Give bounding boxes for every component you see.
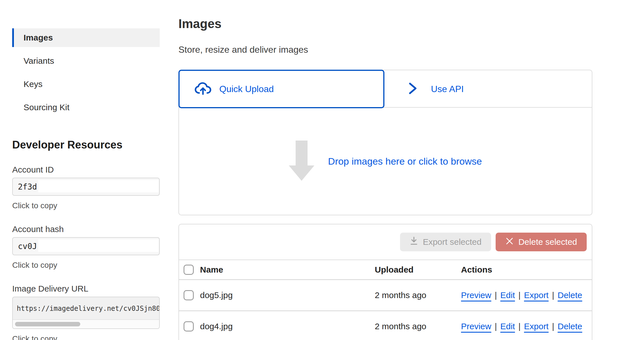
delete-selected-button[interactable]: Delete selected: [496, 233, 587, 251]
column-header-actions: Actions: [461, 265, 592, 275]
table-row: dog5.jpg 2 months ago Preview|Edit|Expor…: [179, 280, 592, 311]
row-actions: Preview|Edit|Export|Delete: [461, 290, 592, 300]
uploaded-time: 2 months ago: [375, 322, 461, 331]
sidebar-item-label: Images: [24, 33, 53, 42]
sidebar-item-sourcing-kit[interactable]: Sourcing Kit: [12, 98, 160, 117]
edit-link[interactable]: Edit: [500, 290, 515, 300]
download-icon: [410, 237, 418, 248]
table-header-row: Name Uploaded Actions: [179, 260, 592, 280]
export-link[interactable]: Export: [524, 322, 549, 331]
images-table-card: Export selected Delete selected Name Upl…: [178, 224, 592, 340]
row-checkbox[interactable]: [184, 290, 194, 300]
account-id-mask: [38, 180, 159, 192]
account-id-value: 2f3d: [18, 178, 37, 195]
upload-tabs: Quick Upload Use API: [179, 70, 592, 108]
export-selected-button[interactable]: Export selected: [400, 233, 491, 251]
quick-upload-label: Quick Upload: [219, 84, 274, 94]
click-to-copy-hint: Click to copy: [12, 201, 160, 211]
separator: |: [549, 290, 558, 300]
account-id-field[interactable]: 2f3d: [12, 178, 160, 196]
horizontal-scrollbar[interactable]: [13, 319, 159, 328]
sidebar-nav: Images Variants Keys Sourcing Kit: [12, 28, 160, 117]
column-header-name: Name: [200, 265, 375, 275]
delivery-url-value: https://imagedelivery.net/cv0JSjn80: [13, 297, 159, 320]
tab-use-api[interactable]: Use API: [408, 70, 464, 108]
developer-resources-heading: Developer Resources: [12, 139, 160, 151]
account-hash-value: cv0J: [18, 238, 37, 255]
dropzone-text: Drop images here or click to browse: [328, 156, 482, 167]
delete-link[interactable]: Delete: [558, 290, 582, 300]
account-id-group: Account ID 2f3d Click to copy: [12, 165, 160, 211]
sidebar: Images Variants Keys Sourcing Kit Develo…: [12, 0, 160, 340]
image-name: dog4.jpg: [200, 322, 375, 331]
main-content: Images Store, resize and deliver images …: [178, 0, 592, 340]
cloud-upload-icon: [194, 82, 212, 96]
table-toolbar: Export selected Delete selected: [179, 224, 592, 260]
separator: |: [549, 322, 558, 331]
export-selected-label: Export selected: [423, 237, 481, 247]
table-row: dog4.jpg 2 months ago Preview|Edit|Expor…: [179, 311, 592, 340]
account-hash-field[interactable]: cv0J: [12, 237, 160, 255]
delete-link[interactable]: Delete: [558, 322, 582, 331]
sidebar-item-keys[interactable]: Keys: [12, 75, 160, 94]
account-id-label: Account ID: [12, 165, 160, 175]
scrollbar-thumb[interactable]: [15, 322, 80, 326]
account-hash-label: Account hash: [12, 224, 160, 234]
image-dropzone[interactable]: Drop images here or click to browse: [179, 108, 592, 215]
edit-link[interactable]: Edit: [500, 322, 515, 331]
preview-link[interactable]: Preview: [461, 322, 491, 331]
arrow-down-icon: [289, 141, 314, 182]
row-checkbox[interactable]: [184, 321, 194, 332]
sidebar-item-label: Keys: [24, 79, 43, 89]
image-name: dog5.jpg: [200, 290, 375, 300]
click-to-copy-hint: Click to copy: [12, 260, 160, 270]
separator: |: [491, 290, 500, 300]
separator: |: [515, 290, 524, 300]
delivery-url-group: Image Delivery URL https://imagedelivery…: [12, 284, 160, 340]
export-link[interactable]: Export: [524, 290, 549, 300]
sidebar-item-variants[interactable]: Variants: [12, 52, 160, 70]
account-hash-group: Account hash cv0J Click to copy: [12, 224, 160, 270]
separator: |: [491, 322, 500, 331]
row-actions: Preview|Edit|Export|Delete: [461, 322, 592, 331]
images-dashboard: Images Variants Keys Sourcing Kit Develo…: [0, 0, 644, 340]
click-to-copy-hint: Click to copy: [12, 334, 160, 340]
sidebar-item-label: Sourcing Kit: [24, 103, 70, 112]
account-hash-mask: [38, 239, 159, 252]
sidebar-item-images[interactable]: Images: [12, 28, 160, 47]
use-api-label: Use API: [431, 84, 464, 94]
page-title: Images: [178, 16, 592, 31]
tab-quick-upload[interactable]: Quick Upload: [178, 70, 384, 108]
separator: |: [515, 322, 524, 331]
delivery-url-label: Image Delivery URL: [12, 284, 160, 294]
chevron-right-icon: [408, 82, 417, 96]
sidebar-item-label: Variants: [24, 56, 54, 66]
x-icon: [505, 237, 514, 247]
page-subtitle: Store, resize and deliver images: [178, 44, 592, 55]
uploaded-time: 2 months ago: [375, 290, 461, 300]
preview-link[interactable]: Preview: [461, 290, 491, 300]
column-header-uploaded: Uploaded: [375, 265, 461, 275]
delivery-url-field[interactable]: https://imagedelivery.net/cv0JSjn80: [12, 297, 160, 329]
upload-card: Quick Upload Use API Drop: [178, 70, 592, 215]
select-all-checkbox[interactable]: [184, 265, 194, 275]
delete-selected-label: Delete selected: [518, 237, 577, 247]
